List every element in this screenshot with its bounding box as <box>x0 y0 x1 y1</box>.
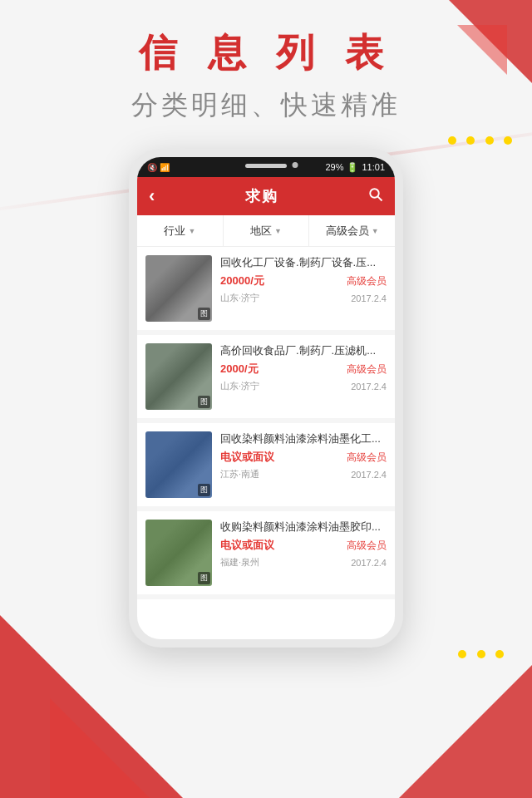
item-date: 2017.2.4 <box>351 558 387 568</box>
item-price-row: 20000/元 高级会员 <box>220 273 387 288</box>
phone-screen: 🔇 📶 29% 🔋 11:01 ‹ 求购 行业 ▼ <box>129 149 403 648</box>
item-price-row: 2000/元 高级会员 <box>220 362 387 377</box>
item-content: 收购染料颜料油漆涂料油墨胶印... 电议或面议 高级会员 福建·泉州 2017.… <box>220 520 387 586</box>
item-price-row: 电议或面议 高级会员 <box>220 450 387 465</box>
filter-bar: 行业 ▼ 地区 ▼ 高级会员 ▼ <box>137 215 395 247</box>
item-meta-row: 福建·泉州 2017.2.4 <box>220 556 387 569</box>
phone-mockup: 🔇 📶 29% 🔋 11:01 ‹ 求购 行业 ▼ <box>0 149 532 648</box>
phone-speaker <box>245 164 287 168</box>
item-image: 图 <box>145 431 212 498</box>
decoration-dots-bottom <box>455 647 507 665</box>
svg-point-0 <box>370 189 379 198</box>
item-content: 回收化工厂设备.制药厂设备.压... 20000/元 高级会员 山东·济宁 20… <box>220 255 387 322</box>
item-location: 山东·济宁 <box>220 380 259 392</box>
item-date: 2017.2.4 <box>351 382 387 392</box>
item-date: 2017.2.4 <box>351 470 387 480</box>
item-badge: 高级会员 <box>347 362 387 377</box>
item-badge: 高级会员 <box>347 274 387 288</box>
item-price: 2000/元 <box>220 362 259 377</box>
item-price: 电议或面议 <box>220 450 274 465</box>
item-price: 20000/元 <box>220 273 264 288</box>
list-container: 图 回收化工厂设备.制药厂设备.压... 20000/元 高级会员 山东·济宁 … <box>137 247 395 599</box>
filter-member-label: 高级会员 <box>326 224 369 239</box>
status-right: 29% 🔋 11:01 <box>325 162 385 173</box>
filter-region[interactable]: 地区 ▼ <box>224 215 310 246</box>
page-subtitle: 分类明细、快速精准 <box>0 87 532 124</box>
filter-industry[interactable]: 行业 ▼ <box>137 215 224 246</box>
item-badge: 高级会员 <box>347 539 387 553</box>
item-title: 收购染料颜料油漆涂料油墨胶印... <box>220 520 387 534</box>
item-meta-row: 江苏·南通 2017.2.4 <box>220 468 387 480</box>
item-image: 图 <box>145 520 212 586</box>
item-title: 高价回收食品厂.制药厂.压滤机... <box>220 343 387 358</box>
item-date: 2017.2.4 <box>351 293 387 303</box>
item-title: 回收染料颜料油漆涂料油墨化工... <box>220 431 387 446</box>
item-title: 回收化工厂设备.制药厂设备.压... <box>220 255 387 270</box>
image-label: 图 <box>198 572 210 584</box>
item-location: 江苏·南通 <box>220 468 259 480</box>
time: 11:01 <box>362 162 385 172</box>
item-content: 回收染料颜料油漆涂料油墨化工... 电议或面议 高级会员 江苏·南通 2017.… <box>220 431 387 498</box>
item-badge: 高级会员 <box>347 451 387 465</box>
search-button[interactable] <box>368 187 383 206</box>
item-meta-row: 山东·济宁 2017.2.4 <box>220 380 387 392</box>
list-item[interactable]: 图 回收化工厂设备.制药厂设备.压... 20000/元 高级会员 山东·济宁 … <box>137 247 395 330</box>
item-location: 福建·泉州 <box>220 556 259 569</box>
back-button[interactable]: ‹ <box>149 187 155 205</box>
list-item[interactable]: 图 高价回收食品厂.制药厂.压滤机... 2000/元 高级会员 山东·济宁 2… <box>137 335 395 418</box>
filter-region-arrow: ▼ <box>274 227 282 235</box>
item-content: 高价回收食品厂.制药厂.压滤机... 2000/元 高级会员 山东·济宁 201… <box>220 343 387 410</box>
item-meta-row: 山东·济宁 2017.2.4 <box>220 292 387 304</box>
filter-industry-label: 行业 <box>164 224 185 239</box>
header-title: 求购 <box>245 186 278 206</box>
filter-region-label: 地区 <box>250 224 272 239</box>
item-location: 山东·济宁 <box>220 292 259 304</box>
list-item[interactable]: 图 收购染料颜料油漆涂料油墨胶印... 电议或面议 高级会员 福建·泉州 201… <box>137 511 395 594</box>
filter-industry-arrow: ▼ <box>188 227 195 235</box>
item-price-row: 电议或面议 高级会员 <box>220 538 387 553</box>
svg-line-1 <box>378 196 382 200</box>
phone-camera <box>293 162 298 168</box>
filter-member[interactable]: 高级会员 ▼ <box>309 215 395 246</box>
item-price: 电议或面议 <box>220 538 274 553</box>
item-image: 图 <box>145 343 212 410</box>
image-label: 图 <box>198 484 210 496</box>
filter-member-arrow: ▼ <box>372 227 379 235</box>
page-title: 信 息 列 表 <box>0 30 532 76</box>
image-label: 图 <box>198 396 210 408</box>
list-item[interactable]: 图 回收染料颜料油漆涂料油墨化工... 电议或面议 高级会员 江苏·南通 201… <box>137 423 395 506</box>
status-left: 🔇 📶 <box>147 163 170 172</box>
image-label: 图 <box>198 308 210 320</box>
item-image: 图 <box>145 255 212 322</box>
app-header: ‹ 求购 <box>137 177 395 215</box>
battery-icon: 🔋 <box>347 162 358 173</box>
battery-text: 29% <box>325 162 343 172</box>
